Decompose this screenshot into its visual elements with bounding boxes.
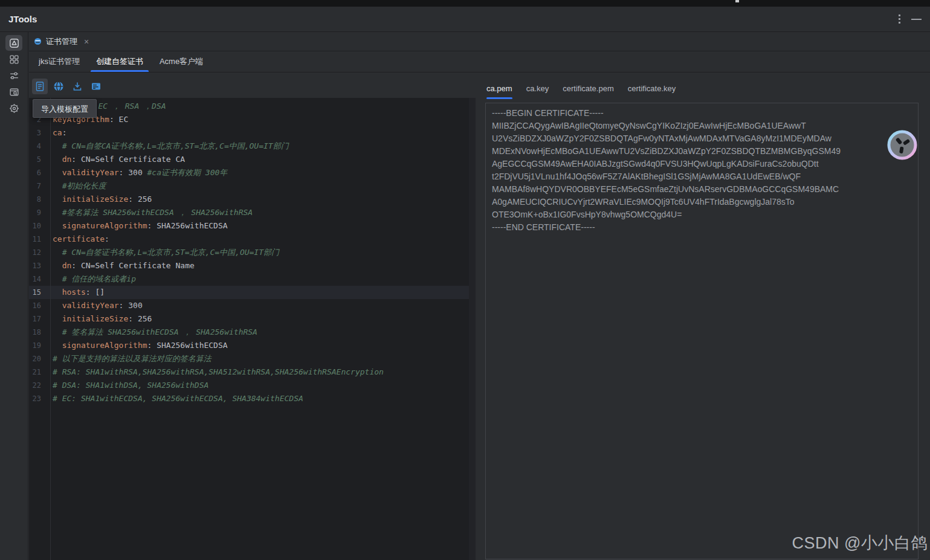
line-code: initializeSize: 256 <box>50 193 152 206</box>
jtools-logo-icon <box>887 130 917 160</box>
line-code: signatureAlgorithm: SHA256withECDSA <box>50 219 228 233</box>
tab-cert-management[interactable]: 证书管理 × <box>34 36 89 47</box>
file-tab-ca-key[interactable]: ca.key <box>526 79 549 98</box>
certificate-text-line: A0gAMEUCIQCRIUCvYjrt2WRaVLIEc9MOQIj9Tc6U… <box>492 196 912 208</box>
editor-line[interactable]: 22# DSA: SHA1withDSA, SHA256withDSA <box>29 379 476 392</box>
line-code: # CN=自签CA证书名称,L=北京市,ST=北京,C=中国,OU=IT部门 <box>50 140 289 153</box>
import-template-tooltip: 导入模板配置 <box>33 99 97 118</box>
window-search-icon <box>9 87 19 97</box>
line-number[interactable]: 6 <box>29 166 50 179</box>
subtab-0[interactable]: jks证书管理 <box>32 51 86 72</box>
import-template-button[interactable] <box>32 79 48 94</box>
sidebar-item-apps[interactable] <box>5 51 22 67</box>
editor-line[interactable]: 18 # 签名算法 SHA256withECDSA ， SHA256withRS… <box>29 326 476 339</box>
more-menu-icon[interactable] <box>896 12 903 26</box>
certificate-text-line: -----END CERTIFICATE----- <box>492 221 912 234</box>
line-number[interactable]: 17 <box>29 312 50 326</box>
file-tab-certificate-key[interactable]: certificate.key <box>628 79 676 98</box>
editor-line[interactable]: 20# 以下是支持的算法以及算法对应的签名算法 <box>29 352 476 365</box>
editor-line[interactable]: 12 # CN=自签证书名称,L=北京市,ST=北京,C=中国,OU=IT部门 <box>29 246 476 259</box>
export-download-button[interactable] <box>69 79 85 94</box>
minimize-icon[interactable] <box>911 19 922 20</box>
line-number[interactable]: 19 <box>29 339 50 352</box>
editor-line[interactable]: 15 hosts: [] <box>29 286 476 299</box>
jtools-icon <box>9 38 19 48</box>
line-code: # 信任的域名或者ip <box>50 272 136 286</box>
editor-line[interactable]: 23# EC: SHA1withECDSA, SHA256withECDSA, … <box>29 392 476 405</box>
line-number[interactable]: 14 <box>29 272 50 286</box>
editor-line[interactable]: 8 initializeSize: 256 <box>29 193 476 206</box>
editor-line[interactable]: 14 # 信任的域名或者ip <box>29 272 476 286</box>
line-number[interactable]: 11 <box>29 233 50 246</box>
certificate-text-line: t2FDjVU5j1VLnu1hf4JOq56wF5Z7AlAKtBhegISl… <box>492 170 912 183</box>
certificate-text-line: MAMBAf8wHQYDVR0OBBYEFEcM5eGSmfaeZtjUvNsA… <box>492 183 912 196</box>
editor-line[interactable]: 5 dn: CN=Self Certificate CA <box>29 153 476 166</box>
subtab-1[interactable]: 创建自签证书 <box>89 51 150 72</box>
yaml-editor[interactable]: 1# 秘钥算法 EC ， RSA ，DSA2keyAlgorithm: EC3c… <box>29 98 476 560</box>
line-number[interactable]: 15 <box>29 286 50 299</box>
line-number[interactable]: 22 <box>29 379 50 392</box>
file-tab-ca-pem[interactable]: ca.pem <box>486 79 512 98</box>
line-number[interactable]: 13 <box>29 259 50 272</box>
line-code: # CN=自签证书名称,L=北京市,ST=北京,C=中国,OU=IT部门 <box>50 246 279 259</box>
editor-line[interactable]: 6 validityYear: 300 #ca证书有效期 300年 <box>29 166 476 179</box>
editor-line[interactable]: 16 validityYear: 300 <box>29 299 476 312</box>
editor-line[interactable]: 17 initializeSize: 256 <box>29 312 476 326</box>
line-code: # 以下是支持的算法以及算法对应的签名算法 <box>50 352 212 365</box>
line-number[interactable]: 9 <box>29 206 50 219</box>
line-number[interactable]: 5 <box>29 153 50 166</box>
sidebar-item-settings[interactable] <box>5 100 22 116</box>
sidebar-item-browser-search[interactable] <box>5 84 22 100</box>
titlebar-actions <box>896 7 925 31</box>
line-code: validityYear: 300 <box>50 299 143 312</box>
line-number[interactable]: 16 <box>29 299 50 312</box>
line-code: #初始化长度 <box>50 179 106 193</box>
line-code: # 签名算法 SHA256withECDSA ， SHA256withRSA <box>50 326 257 339</box>
line-code: hosts: [] <box>50 286 105 299</box>
sliders-icon <box>9 71 19 81</box>
editor-line[interactable]: 7 #初始化长度 <box>29 179 476 193</box>
line-number[interactable]: 4 <box>29 140 50 153</box>
subtab-2[interactable]: Acme客户端 <box>153 51 210 72</box>
editor-scrollbar[interactable] <box>469 98 476 560</box>
editor-line[interactable]: 21# RSA: SHA1withRSA,SHA256withRSA,SHA51… <box>29 365 476 379</box>
network-button[interactable] <box>51 79 66 94</box>
import-template-icon <box>34 80 46 92</box>
certificate-content-viewer[interactable]: -----BEGIN CERTIFICATE-----MIIBZjCCAQygA… <box>485 103 919 559</box>
close-icon[interactable]: × <box>84 37 89 47</box>
editor-line[interactable]: 19 signatureAlgorithm: SHA256withECDSA <box>29 339 476 352</box>
line-number[interactable]: 23 <box>29 392 50 405</box>
line-code: #签名算法 SHA256withECDSA ， SHA256withRSA <box>50 206 253 219</box>
floating-logo-button[interactable] <box>887 130 917 160</box>
sidebar-item-tools[interactable] <box>5 35 22 51</box>
certificate-text-line: MIIBZjCCAQygAwIBAgIIeQtomyeQyNswCgYIKoZI… <box>492 120 912 132</box>
download-icon <box>71 80 83 92</box>
line-number[interactable]: 20 <box>29 352 50 365</box>
editor-line[interactable]: 4 # CN=自签CA证书名称,L=北京市,ST=北京,C=中国,OU=IT部门 <box>29 140 476 153</box>
file-tab-certificate-pem[interactable]: certificate.pem <box>563 79 614 98</box>
tool-window-tab-bar: 证书管理 × <box>29 32 930 51</box>
line-code: signatureAlgorithm: SHA256withECDSA <box>50 339 228 352</box>
editor-line[interactable]: 9 #签名算法 SHA256withECDSA ， SHA256withRSA <box>29 206 476 219</box>
certificate-card-button[interactable] <box>88 79 104 94</box>
gutter-separator <box>50 98 51 560</box>
editor-line[interactable]: 3ca: <box>29 126 476 140</box>
os-top-strip <box>0 0 930 7</box>
editor-line[interactable]: 11certificate: <box>29 233 476 246</box>
line-number[interactable]: 12 <box>29 246 50 259</box>
editor-line[interactable]: 10 signatureAlgorithm: SHA256withECDSA <box>29 219 476 233</box>
line-number[interactable]: 7 <box>29 179 50 193</box>
sidebar-item-settings-sliders[interactable] <box>5 68 22 83</box>
line-number[interactable]: 21 <box>29 365 50 379</box>
line-code: initializeSize: 256 <box>50 312 152 326</box>
line-code: ca: <box>50 126 66 140</box>
editor-line[interactable]: 13 dn: CN=Self Certificate Name <box>29 259 476 272</box>
line-number[interactable]: 8 <box>29 193 50 206</box>
line-number[interactable]: 18 <box>29 326 50 339</box>
certificate-file-tabs: ca.pemca.keycertificate.pemcertificate.k… <box>486 79 676 98</box>
csdn-watermark: CSDN @小小白鸽 <box>786 532 928 554</box>
app-window: JTools <box>0 0 930 560</box>
line-number[interactable]: 3 <box>29 126 50 140</box>
line-number[interactable]: 10 <box>29 219 50 233</box>
cursor-artifact <box>735 0 739 2</box>
